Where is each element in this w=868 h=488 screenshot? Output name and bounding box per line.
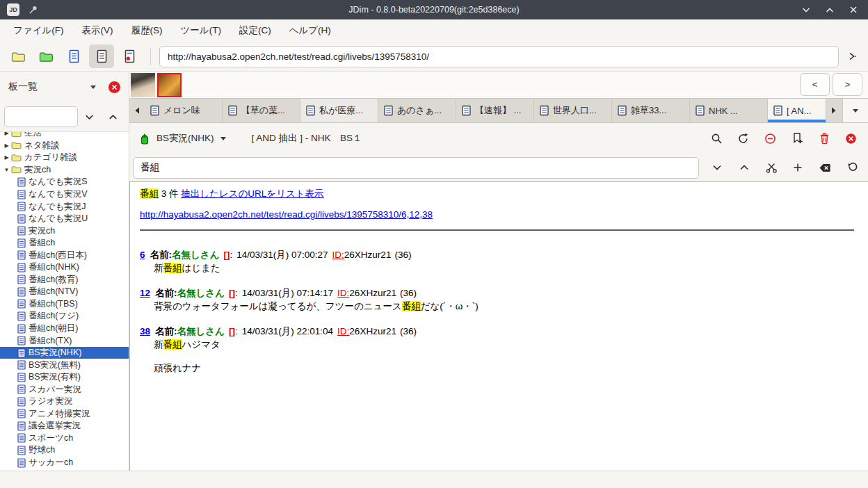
- board-list-item[interactable]: なんでも実況U: [0, 213, 129, 225]
- board-list-item[interactable]: 議会選挙実況: [0, 420, 129, 432]
- close-window-button[interactable]: [846, 2, 861, 17]
- board-list-item[interactable]: なんでも実況V: [0, 188, 129, 201]
- menu-item[interactable]: ヘルプ(H): [280, 22, 340, 40]
- tabs-scroll-left-button[interactable]: [129, 99, 145, 122]
- thread-tab[interactable]: あのさぁ...: [378, 99, 456, 122]
- board-list-item[interactable]: なんでも実況J: [0, 200, 129, 213]
- thread-actions: [709, 131, 858, 145]
- expander-arrow[interactable]: ▶: [2, 131, 11, 136]
- search-next-button[interactable]: [78, 106, 102, 127]
- expander-arrow[interactable]: ▼: [2, 167, 11, 173]
- bookmark-add-button[interactable]: [790, 131, 804, 145]
- board-list-item[interactable]: 番組ch(朝日): [0, 323, 129, 335]
- menu-item[interactable]: 表示(V): [73, 22, 122, 40]
- thread-tab[interactable]: メロン味: [145, 99, 223, 122]
- board-list-item[interactable]: 番組ch: [0, 237, 129, 250]
- board-list-item[interactable]: 番組ch(西日本): [0, 249, 129, 261]
- board-list-item[interactable]: 番組ch(NTV): [0, 286, 129, 298]
- board-label: 番組ch(TBS): [29, 298, 78, 310]
- maximize-button[interactable]: [822, 2, 837, 17]
- board-list-item[interactable]: スポーツch: [0, 432, 129, 445]
- undo-button[interactable]: [845, 161, 859, 174]
- board-list-item[interactable]: BS実況(有料): [0, 371, 129, 384]
- thread-icon: [618, 105, 627, 116]
- minimize-button[interactable]: [798, 2, 814, 17]
- menu-item[interactable]: ツール(T): [172, 22, 230, 40]
- board-list-item[interactable]: 番組ch(TX): [0, 334, 129, 347]
- post-number-link[interactable]: 6: [140, 250, 145, 260]
- thread-tab[interactable]: 私が医療...: [300, 99, 378, 122]
- board-list-item[interactable]: BS実況(無料): [0, 359, 129, 371]
- post-id-link[interactable]: ID:: [337, 288, 349, 298]
- image-tab-prev-button[interactable]: <: [800, 73, 830, 96]
- board-list-item[interactable]: 番組ch(NHK): [0, 261, 129, 274]
- board-select[interactable]: BS実況(NHK): [156, 132, 226, 145]
- menu-item[interactable]: ファイル(F): [4, 22, 73, 40]
- board-list-item[interactable]: ▶ カテゴリ雑談: [0, 152, 129, 164]
- expander-arrow[interactable]: ▶: [2, 154, 11, 161]
- board-icon: [17, 250, 26, 260]
- board-list-item[interactable]: BS実況(NHK): [0, 347, 129, 359]
- thread-tab[interactable]: [ AN...: [768, 99, 826, 122]
- board-list-item[interactable]: ▼ 実況ch: [0, 164, 129, 177]
- extract-keyword-input[interactable]: [133, 157, 699, 179]
- board-list-item[interactable]: 実況ch: [0, 225, 129, 237]
- sidebar-close-button[interactable]: [108, 81, 120, 93]
- board-list-item[interactable]: アニメ特撮実況: [0, 408, 129, 421]
- board-list-item[interactable]: 番組ch(教育): [0, 274, 129, 286]
- thread-list-button[interactable]: [61, 44, 86, 68]
- board-list-item[interactable]: 番組ch(TBS): [0, 298, 129, 311]
- clear-backspace-button[interactable]: [818, 161, 832, 174]
- search-down-button[interactable]: [710, 161, 724, 174]
- sidebar-search-row: [0, 102, 129, 131]
- delete-button[interactable]: [817, 131, 831, 145]
- post-id-link[interactable]: ID:: [337, 326, 349, 336]
- thread-tab[interactable]: 【草の葉...: [223, 99, 300, 122]
- close-tab-button[interactable]: [844, 131, 858, 145]
- tabs-scroll-right-button[interactable]: [826, 99, 842, 122]
- search-prev-button[interactable]: [102, 106, 125, 127]
- cut-icon[interactable]: [764, 161, 778, 174]
- post-id-link[interactable]: ID:: [332, 250, 344, 260]
- add-keyword-button[interactable]: [791, 161, 805, 174]
- url-input[interactable]: [159, 46, 839, 67]
- search-button[interactable]: [709, 131, 723, 145]
- menu-item[interactable]: 設定(C): [230, 22, 280, 40]
- toolbar-expand-button[interactable]: [842, 44, 862, 68]
- search-up-button[interactable]: [737, 161, 751, 174]
- board-list-item[interactable]: なんでも実況S: [0, 176, 129, 188]
- extracted-res-url-link[interactable]: http://hayabusa2.open2ch.net/test/read.c…: [140, 209, 433, 220]
- favorites-button[interactable]: [33, 44, 58, 68]
- thread-icon: [540, 105, 549, 116]
- board-list-item[interactable]: ▶ 生活: [0, 131, 129, 140]
- board-list-item[interactable]: サッカーch: [0, 457, 129, 469]
- stop-button[interactable]: [764, 131, 778, 145]
- board-search-input[interactable]: [4, 106, 78, 127]
- board-label: 番組ch(西日本): [29, 250, 87, 261]
- menu-item[interactable]: 履歴(S): [122, 22, 172, 40]
- board-list-item[interactable]: 野球ch: [0, 444, 129, 457]
- board-list-item[interactable]: ラジオ実況: [0, 396, 129, 408]
- image-tab-next-button[interactable]: >: [833, 73, 862, 96]
- board-list-button[interactable]: [6, 44, 31, 68]
- reload-button[interactable]: [737, 131, 750, 145]
- board-list-item[interactable]: スカパー実況: [0, 383, 129, 396]
- thread-tab[interactable]: NHK ...: [690, 99, 768, 122]
- title-bar: JD JDim - 0.8.0-beta20220709(git:2e5d386…: [0, 0, 868, 19]
- post-number-link[interactable]: 38: [140, 326, 150, 336]
- image-view-button[interactable]: [117, 44, 142, 68]
- thread-tab[interactable]: 雑草33...: [612, 99, 690, 122]
- thread-tab[interactable]: 世界人口...: [534, 99, 612, 122]
- image-tab-thumbnail-1[interactable]: [131, 73, 155, 97]
- board-label: 番組ch(NTV): [29, 286, 79, 298]
- thread-tab[interactable]: 【速報】 ...: [456, 99, 534, 122]
- extract-url-list-link[interactable]: 抽出したレスのURLをリスト表示: [181, 188, 323, 199]
- image-tab-thumbnail-2-selected[interactable]: [157, 73, 182, 97]
- tabs-list-dropdown-button[interactable]: [842, 99, 868, 122]
- thread-view-button[interactable]: [89, 44, 114, 68]
- expander-arrow[interactable]: ▶: [2, 143, 11, 149]
- board-list-item[interactable]: 番組ch(フジ): [0, 310, 129, 323]
- sidebar-dropdown-icon[interactable]: [90, 86, 96, 89]
- post-number-link[interactable]: 12: [140, 288, 150, 298]
- board-list-item[interactable]: ▶ ネタ雑談: [0, 140, 129, 152]
